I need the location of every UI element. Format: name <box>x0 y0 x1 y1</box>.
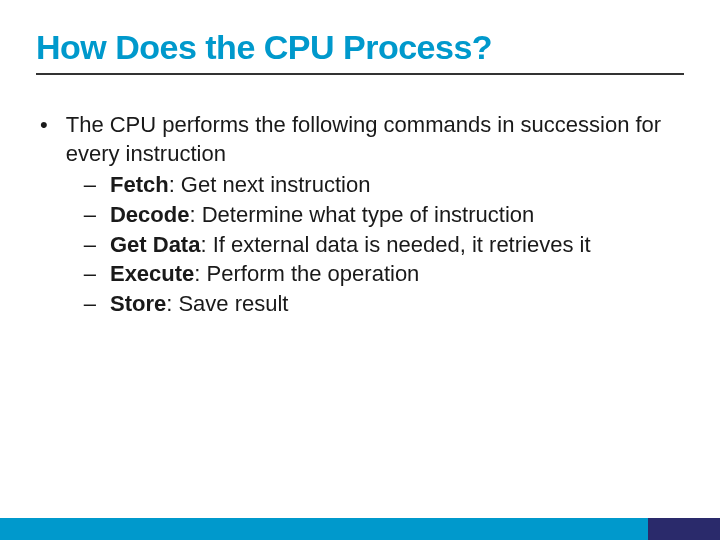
term: Execute <box>110 261 194 286</box>
sub-text: Get Data: If external data is needed, it… <box>110 230 591 260</box>
list-item: – Fetch: Get next instruction <box>84 170 684 200</box>
desc: : Perform the operation <box>194 261 419 286</box>
list-item: – Get Data: If external data is needed, … <box>84 230 684 260</box>
term: Fetch <box>110 172 169 197</box>
sub-text: Execute: Perform the operation <box>110 259 419 289</box>
desc: : Determine what type of instruction <box>189 202 534 227</box>
list-item: – Store: Save result <box>84 289 684 319</box>
main-text-block: The CPU performs the following commands … <box>66 111 684 319</box>
desc: : Save result <box>166 291 288 316</box>
sub-text: Fetch: Get next instruction <box>110 170 370 200</box>
footer-bar <box>0 518 720 540</box>
main-bullet-text: The CPU performs the following commands … <box>66 112 661 166</box>
desc: : Get next instruction <box>169 172 371 197</box>
term: Decode <box>110 202 189 227</box>
dash-icon: – <box>84 230 96 260</box>
list-item: – Decode: Determine what type of instruc… <box>84 200 684 230</box>
sub-list: – Fetch: Get next instruction – Decode: … <box>66 170 684 318</box>
bullet-icon: • <box>40 111 48 319</box>
list-item: – Execute: Perform the operation <box>84 259 684 289</box>
dash-icon: – <box>84 170 96 200</box>
footer-blue <box>0 518 648 540</box>
slide-title: How Does the CPU Process? <box>36 28 684 75</box>
dash-icon: – <box>84 200 96 230</box>
sub-text: Decode: Determine what type of instructi… <box>110 200 534 230</box>
sub-text: Store: Save result <box>110 289 289 319</box>
term: Store <box>110 291 166 316</box>
desc: : If external data is needed, it retriev… <box>200 232 590 257</box>
slide: How Does the CPU Process? • The CPU perf… <box>0 0 720 540</box>
footer-purple <box>648 518 720 540</box>
dash-icon: – <box>84 289 96 319</box>
term: Get Data <box>110 232 200 257</box>
dash-icon: – <box>84 259 96 289</box>
main-bullet: • The CPU performs the following command… <box>36 111 684 319</box>
